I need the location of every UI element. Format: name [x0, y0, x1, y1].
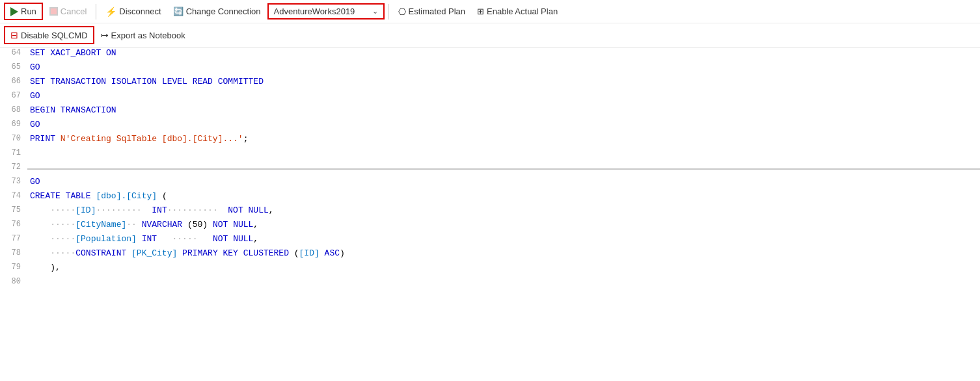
line-number: 76 — [0, 219, 27, 233]
code-line: 70PRINT N'Creating SqlTable [dbo].[City]… — [0, 133, 980, 148]
export-notebook-button[interactable]: Export as Notebook — [96, 27, 191, 43]
code-line: 69GO — [0, 119, 980, 133]
run-icon — [10, 7, 18, 16]
line-content: ), — [27, 262, 980, 276]
line-number: 68 — [0, 105, 27, 119]
line-content — [27, 148, 980, 162]
code-line: 67GO — [0, 90, 980, 105]
line-content: ·····[CityName]·· NVARCHAR (50) NOT NULL… — [27, 219, 980, 233]
disable-sqlcmd-button[interactable]: Disable SQLCMD — [4, 26, 94, 44]
line-number: 65 — [0, 62, 27, 76]
line-number: 79 — [0, 262, 27, 276]
line-number: 72 — [0, 162, 27, 176]
code-line: 65GO — [0, 62, 980, 76]
enable-actual-plan-icon — [477, 7, 484, 16]
change-connection-icon — [173, 7, 184, 16]
line-content: ·····[ID]········· INT·········· NOT NUL… — [27, 205, 980, 219]
change-connection-label: Change Connection — [186, 7, 261, 16]
code-line: 75 ·····[ID]········· INT·········· NOT … — [0, 205, 980, 219]
toolbar-separator-1 — [96, 4, 96, 20]
line-number: 73 — [0, 176, 27, 190]
run-label: Run — [21, 7, 36, 16]
line-content: PRINT N'Creating SqlTable [dbo].[City]..… — [27, 133, 980, 148]
sqlcmd-icon — [10, 30, 18, 40]
code-line: 66SET TRANSACTION ISOLATION LEVEL READ C… — [0, 76, 980, 90]
toolbar: Run Cancel Disconnect Change Connection … — [0, 0, 980, 47]
cancel-icon — [49, 7, 58, 16]
estimated-plan-icon — [398, 7, 406, 17]
code-line: 73GO — [0, 176, 980, 190]
code-line: 80 — [0, 276, 980, 291]
code-line: 79 ), — [0, 262, 980, 276]
line-number: 75 — [0, 205, 27, 219]
code-editor[interactable]: 64SET XACT_ABORT ON65GO66SET TRANSACTION… — [0, 47, 980, 291]
connection-name: AdventureWorks2019 — [274, 7, 355, 16]
line-content: GO — [27, 62, 980, 76]
toolbar-row-1: Run Cancel Disconnect Change Connection … — [0, 0, 980, 23]
line-content: ·····[Population] INT ····· NOT NULL, — [27, 233, 980, 248]
disconnect-button[interactable]: Disconnect — [100, 4, 166, 20]
section-divider — [27, 168, 980, 176]
run-button[interactable]: Run — [4, 3, 43, 20]
line-number: 67 — [0, 90, 27, 105]
change-connection-button[interactable]: Change Connection — [168, 4, 266, 19]
estimated-plan-button[interactable]: Estimated Plan — [393, 4, 470, 20]
estimated-plan-label: Estimated Plan — [409, 7, 465, 16]
code-line: 77 ·····[Population] INT ····· NOT NULL, — [0, 233, 980, 248]
code-line: 71 — [0, 148, 980, 162]
line-content: CREATE TABLE [dbo].[City] ( — [27, 190, 980, 205]
cancel-button[interactable]: Cancel — [44, 4, 92, 19]
code-line: 72 — [0, 162, 980, 176]
enable-actual-plan-label: Enable Actual Plan — [487, 7, 558, 16]
line-content: SET TRANSACTION ISOLATION LEVEL READ COM… — [27, 76, 980, 90]
connection-dropdown[interactable]: AdventureWorks2019 ⌄ — [267, 3, 385, 20]
line-number: 64 — [0, 47, 27, 62]
line-number: 71 — [0, 148, 27, 162]
line-content: GO — [27, 176, 980, 190]
line-content: ·····CONSTRAINT [PK_City] PRIMARY KEY CL… — [27, 248, 980, 262]
line-content — [27, 276, 980, 291]
line-content: BEGIN TRANSACTION — [27, 105, 980, 119]
code-line: 74CREATE TABLE [dbo].[City] ( — [0, 190, 980, 205]
export-notebook-label: Export as Notebook — [111, 31, 185, 40]
line-content: GO — [27, 119, 980, 133]
toolbar-separator-2 — [388, 4, 389, 20]
line-number: 70 — [0, 133, 27, 148]
line-number: 69 — [0, 119, 27, 133]
cancel-label: Cancel — [61, 7, 87, 16]
code-line: 68BEGIN TRANSACTION — [0, 105, 980, 119]
line-number: 66 — [0, 76, 27, 90]
disconnect-icon — [105, 7, 116, 17]
export-notebook-icon — [101, 30, 109, 40]
code-line: 76 ·····[CityName]·· NVARCHAR (50) NOT N… — [0, 219, 980, 233]
line-number: 80 — [0, 276, 27, 291]
code-line: 78 ·····CONSTRAINT [PK_City] PRIMARY KEY… — [0, 248, 980, 262]
enable-actual-plan-button[interactable]: Enable Actual Plan — [472, 4, 563, 19]
line-content: GO — [27, 90, 980, 105]
line-number: 78 — [0, 248, 27, 262]
toolbar-row-2: Disable SQLCMD Export as Notebook — [0, 23, 980, 47]
code-line: 64SET XACT_ABORT ON — [0, 47, 980, 62]
disconnect-label: Disconnect — [119, 7, 161, 16]
chevron-down-icon: ⌄ — [372, 7, 378, 16]
line-content: SET XACT_ABORT ON — [27, 47, 980, 62]
line-number: 77 — [0, 233, 27, 248]
line-number: 74 — [0, 190, 27, 205]
disable-sqlcmd-label: Disable SQLCMD — [21, 31, 88, 40]
